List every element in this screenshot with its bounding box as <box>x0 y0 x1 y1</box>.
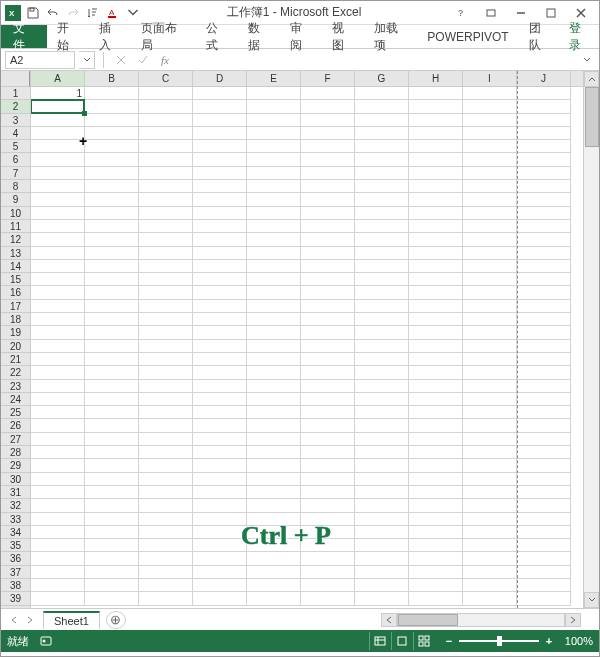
cell[interactable] <box>31 153 85 166</box>
cell[interactable] <box>517 247 571 260</box>
cell[interactable] <box>355 566 409 579</box>
cell[interactable] <box>301 313 355 326</box>
cell[interactable] <box>31 313 85 326</box>
cell[interactable] <box>463 153 517 166</box>
cell[interactable] <box>31 513 85 526</box>
column-header[interactable]: D <box>193 71 247 86</box>
cell[interactable] <box>301 127 355 140</box>
cell[interactable] <box>85 552 139 565</box>
cell[interactable] <box>139 313 193 326</box>
cell[interactable] <box>139 127 193 140</box>
cell[interactable] <box>247 340 301 353</box>
cell[interactable] <box>409 313 463 326</box>
cell[interactable] <box>193 539 247 552</box>
cell[interactable] <box>463 499 517 512</box>
cell[interactable] <box>31 114 85 127</box>
cells-area[interactable]: 1 <box>31 87 583 606</box>
ribbon-display-icon[interactable] <box>477 3 505 23</box>
fill-handle[interactable] <box>82 111 87 116</box>
cell[interactable] <box>463 579 517 592</box>
cell[interactable] <box>139 247 193 260</box>
cell[interactable] <box>31 286 85 299</box>
cell[interactable] <box>31 233 85 246</box>
cell[interactable] <box>139 513 193 526</box>
cell[interactable] <box>301 380 355 393</box>
cell[interactable] <box>517 140 571 153</box>
cell[interactable] <box>139 300 193 313</box>
cell[interactable] <box>31 273 85 286</box>
sheet-tab-active[interactable]: Sheet1 <box>43 611 100 629</box>
cell[interactable] <box>247 513 301 526</box>
cell[interactable] <box>85 366 139 379</box>
cell[interactable] <box>355 260 409 273</box>
cell[interactable] <box>409 247 463 260</box>
row-header[interactable]: 39 <box>1 592 30 605</box>
cell[interactable] <box>409 552 463 565</box>
zoom-percentage[interactable]: 100% <box>565 635 593 647</box>
cell[interactable] <box>355 552 409 565</box>
cell[interactable] <box>409 180 463 193</box>
cell[interactable] <box>463 114 517 127</box>
zoom-slider[interactable] <box>459 640 539 642</box>
cell[interactable] <box>85 153 139 166</box>
cell[interactable] <box>193 406 247 419</box>
cell[interactable] <box>355 127 409 140</box>
cell[interactable] <box>247 247 301 260</box>
cell[interactable] <box>355 247 409 260</box>
name-box[interactable]: A2 <box>5 51 75 69</box>
cell[interactable] <box>409 419 463 432</box>
cell[interactable] <box>193 579 247 592</box>
macro-record-icon[interactable] <box>39 634 53 648</box>
cell[interactable] <box>31 499 85 512</box>
cell[interactable] <box>31 393 85 406</box>
cell[interactable] <box>409 167 463 180</box>
cell[interactable] <box>463 340 517 353</box>
tab-insert[interactable]: 插入 <box>89 25 131 48</box>
cell[interactable] <box>193 459 247 472</box>
row-header[interactable]: 10 <box>1 207 30 220</box>
cell[interactable] <box>247 353 301 366</box>
column-header[interactable]: G <box>355 71 409 86</box>
cell[interactable] <box>301 393 355 406</box>
cell[interactable] <box>31 446 85 459</box>
cell[interactable] <box>139 220 193 233</box>
column-header[interactable]: H <box>409 71 463 86</box>
scroll-left-button[interactable] <box>381 613 397 627</box>
cell[interactable] <box>301 592 355 605</box>
column-header[interactable]: B <box>85 71 139 86</box>
cell[interactable] <box>139 353 193 366</box>
cell[interactable] <box>85 167 139 180</box>
cell[interactable] <box>355 273 409 286</box>
cell[interactable] <box>85 446 139 459</box>
cell[interactable] <box>463 406 517 419</box>
cell[interactable] <box>517 100 571 113</box>
cell[interactable] <box>409 127 463 140</box>
cell[interactable] <box>193 486 247 499</box>
cell[interactable] <box>409 207 463 220</box>
cell[interactable] <box>355 486 409 499</box>
cell[interactable] <box>517 393 571 406</box>
cell[interactable] <box>193 193 247 206</box>
cell[interactable] <box>247 273 301 286</box>
cell[interactable] <box>139 326 193 339</box>
cell[interactable] <box>139 140 193 153</box>
cell[interactable] <box>85 313 139 326</box>
cell[interactable] <box>301 300 355 313</box>
row-header[interactable]: 22 <box>1 366 30 379</box>
row-header[interactable]: 15 <box>1 273 30 286</box>
cell[interactable] <box>193 260 247 273</box>
sign-in-link[interactable]: 登录 <box>561 25 599 48</box>
cell[interactable] <box>355 592 409 605</box>
cell[interactable] <box>355 87 409 100</box>
formula-input[interactable] <box>178 51 575 69</box>
cell[interactable] <box>31 366 85 379</box>
cell[interactable] <box>247 433 301 446</box>
cell[interactable] <box>517 127 571 140</box>
vertical-scroll-thumb[interactable] <box>585 87 599 147</box>
cell[interactable] <box>139 114 193 127</box>
cell[interactable] <box>31 353 85 366</box>
cell[interactable] <box>139 393 193 406</box>
cell[interactable] <box>301 366 355 379</box>
cell[interactable] <box>31 140 85 153</box>
cell[interactable] <box>301 499 355 512</box>
